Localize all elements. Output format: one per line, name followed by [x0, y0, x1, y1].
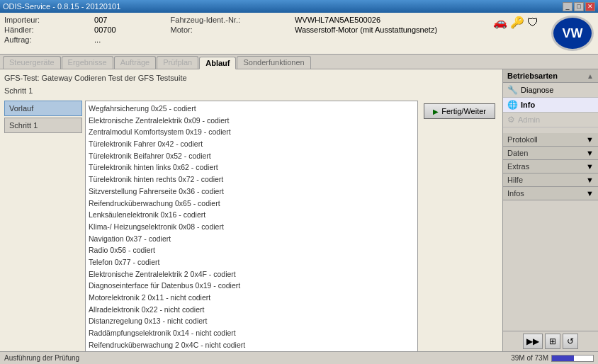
main-container: Importeur: 007 Fahrzeug-Ident.-Nr.: WVWH… [0, 13, 598, 364]
tab-sonderfunktionen[interactable]: Sonderfunktionen [237, 56, 310, 69]
info-label: Info [521, 101, 535, 109]
infos-header[interactable]: Infos ▼ [503, 187, 598, 200]
coding-list[interactable]: Wegfahrsicherung 0x25 - codiertElektroni… [85, 101, 418, 351]
header-labels: Importeur: 007 Fahrzeug-Ident.-Nr.: WVWH… [4, 16, 486, 44]
list-item: Türelektronik Fahrer 0x42 - codiert [87, 138, 416, 150]
window-controls: _ □ ✕ [563, 2, 595, 11]
diagnose-icon: 🔧 [507, 85, 518, 95]
content-area: GFS-Test: Gateway Codieren Test der GFS … [0, 69, 598, 351]
extras-chevron-icon: ▼ [586, 162, 594, 171]
sidebar-section-protokoll: Protokoll ▼ [503, 133, 598, 147]
hilfe-chevron-icon: ▼ [586, 176, 594, 184]
infos-label: Infos [507, 189, 524, 198]
minimize-button[interactable]: _ [563, 2, 572, 11]
extras-label: Extras [507, 162, 529, 171]
list-item: Zentralmodul Komfortsystem 0x19 - codier… [87, 126, 416, 138]
car-icons-area: 🚗 🔑 🛡 [493, 16, 538, 29]
tab-ergebnisse[interactable]: Ergebnisse [62, 56, 113, 69]
left-panel: GFS-Test: Gateway Codieren Test der GFS … [0, 69, 502, 351]
sidebar-item-admin: ⚙ Admin [503, 113, 598, 127]
daten-chevron-icon: ▼ [586, 149, 594, 157]
sidebar-btn-1[interactable]: ▶▶ [523, 334, 543, 349]
list-item: Motorelektronik 2 0x11 - nicht codiert [87, 292, 416, 304]
tab-bar: Steuergeräte Ergebnisse Aufträge Prüfpla… [0, 55, 598, 69]
daten-header[interactable]: Daten ▼ [503, 147, 598, 159]
info-icon: 🌐 [507, 100, 518, 110]
auftrag-label: Auftrag: [4, 35, 89, 44]
extras-header[interactable]: Extras ▼ [503, 160, 598, 173]
spacer-sidebar [503, 127, 598, 133]
play-icon: ▶ [433, 108, 439, 115]
vw-logo: VW [551, 16, 594, 51]
step-vorlauf[interactable]: Vorlauf [4, 101, 82, 116]
sidebar-btn-2[interactable]: ⊞ [545, 334, 560, 349]
sidebar-header: Betriebsarten ▲ [503, 69, 598, 83]
list-item: Telefon 0x77 - codiert [87, 256, 416, 268]
list-item: Lenksäulenelektronik 0x16 - codiert [87, 209, 416, 221]
sidebar-btn-3[interactable]: ↺ [563, 334, 578, 349]
list-item: Wegfahrsicherung 0x25 - codiert [87, 103, 416, 115]
key-icon: 🔑 [510, 16, 524, 29]
daten-label: Daten [507, 149, 528, 157]
status-bar: Ausführung der Prüfung 39M of 73M [0, 351, 598, 364]
tab-pruefplan[interactable]: Prüfplan [157, 56, 198, 69]
tab-steuergeraete[interactable]: Steuergeräte [3, 56, 61, 69]
right-sidebar: Betriebsarten ▲ 🔧 Diagnose 🌐 Info ⚙ Admi… [502, 69, 598, 351]
list-item: Reifendrucküberwachung 0x65 - codiert [87, 198, 416, 210]
sidebar-section-daten: Daten ▼ [503, 147, 598, 160]
progress-bar-fill [552, 356, 574, 361]
action-panel: ▶ Fertig/Weiter [421, 101, 498, 351]
list-item: Elektronische Zentralelektrik 0x09 - cod… [87, 115, 416, 127]
tab-ablauf[interactable]: Ablauf [199, 57, 236, 69]
sidebar-title: Betriebsarten [507, 72, 558, 80]
list-item: Klima-/ Heizungselektronik 0x08 - codier… [87, 221, 416, 233]
fahrzeug-label: Fahrzeug-Ident.-Nr.: [171, 16, 289, 24]
infos-chevron-icon: ▼ [586, 189, 594, 198]
list-item: Sitzverstellung Fahrerseite 0x36 - codie… [87, 186, 416, 198]
sidebar-section-infos: Infos ▼ [503, 187, 598, 200]
title-bar: ODIS-Service - 0.8.15 - 20120101 _ □ ✕ [0, 0, 598, 13]
haendler-label: Händler: [4, 25, 89, 34]
progress-text: 39M of 73M [511, 354, 548, 362]
progress-bar-container [551, 355, 594, 362]
sidebar-section-extras: Extras ▼ [503, 160, 598, 174]
close-button[interactable]: ✕ [585, 2, 595, 11]
importeur-label: Importeur: [4, 16, 89, 24]
list-item: Diagnoseinterface für Datenbus 0x19 - co… [87, 280, 416, 292]
main-content-row: Vorlauf Schritt 1 Wegfahrsicherung 0x25 … [4, 101, 498, 351]
list-item: Türelektronik Beifahrer 0x52 - codiert [87, 150, 416, 162]
fertig-weiter-button[interactable]: ▶ Fertig/Weiter [424, 103, 495, 119]
sidebar-item-diagnose[interactable]: 🔧 Diagnose [503, 83, 598, 98]
hilfe-header[interactable]: Hilfe ▼ [503, 174, 598, 186]
sidebar-spacer [503, 200, 598, 331]
list-area: Wegfahrsicherung 0x25 - codiertElektroni… [85, 101, 418, 351]
status-right: 39M of 73M [511, 354, 594, 362]
list-item: Reifendrucküberwachung 2 0x4C - nicht co… [87, 339, 416, 351]
auftrag-value: ... [94, 35, 165, 44]
fahrzeug-value: WVWHL7AN5AE500026 [295, 16, 486, 24]
list-item: Navigation 0x37 - codiert [87, 233, 416, 245]
sidebar-section-hilfe: Hilfe ▼ [503, 174, 598, 187]
haendler-value: 00700 [94, 25, 165, 34]
admin-icon: ⚙ [507, 115, 515, 125]
status-text: Ausführung der Prüfung [4, 354, 79, 362]
importeur-value: 007 [94, 16, 165, 24]
steps-panel: Vorlauf Schritt 1 [4, 101, 82, 351]
step-label: Schritt 1 [4, 86, 498, 95]
list-item: Türelektronik hinten rechts 0x72 - codie… [87, 174, 416, 186]
protokoll-label: Protokoll [507, 135, 538, 144]
tab-auftraege[interactable]: Aufträge [114, 56, 157, 69]
maximize-button[interactable]: □ [574, 2, 584, 11]
motor-value: Wasserstoff-Motor (mit Ausstattungsnetz) [295, 25, 486, 34]
sidebar-bottom-toolbar: ▶▶ ⊞ ↺ [503, 331, 598, 351]
step-schritt1[interactable]: Schritt 1 [4, 118, 82, 133]
title-text: ODIS-Service - 0.8.15 - 20120101 [3, 2, 120, 11]
diagnose-label: Diagnose [521, 86, 553, 94]
hilfe-label: Hilfe [507, 176, 523, 184]
sidebar-item-info[interactable]: 🌐 Info [503, 98, 598, 113]
car-icon: 🚗 [493, 16, 507, 29]
protokoll-header[interactable]: Protokoll ▼ [503, 133, 598, 146]
admin-label: Admin [518, 115, 540, 124]
sidebar-chevron-icon: ▲ [587, 72, 594, 80]
header-area: Importeur: 007 Fahrzeug-Ident.-Nr.: WVWH… [0, 13, 598, 55]
